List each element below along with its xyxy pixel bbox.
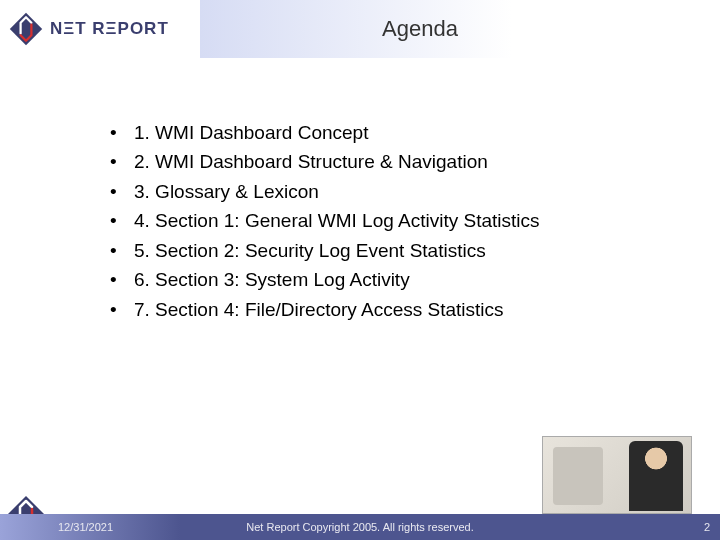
net-report-logo-icon (8, 11, 44, 47)
list-item: 1. WMI Dashboard Concept (110, 118, 690, 147)
logo-area: NΞT RΞPORT (0, 11, 200, 47)
footer-decorative-photo (542, 436, 692, 514)
footer-date: 12/31/2021 (58, 521, 113, 533)
slide-content: 1. WMI Dashboard Concept 2. WMI Dashboar… (0, 58, 720, 324)
list-item: 7. Section 4: File/Directory Access Stat… (110, 295, 690, 324)
list-item: 2. WMI Dashboard Structure & Navigation (110, 147, 690, 176)
slide-header: NΞT RΞPORT Agenda (0, 0, 720, 58)
list-item: 5. Section 2: Security Log Event Statist… (110, 236, 690, 265)
agenda-list: 1. WMI Dashboard Concept 2. WMI Dashboar… (110, 118, 690, 324)
list-item: 4. Section 1: General WMI Log Activity S… (110, 206, 690, 235)
footer-bar: 12/31/2021 Net Report Copyright 2005. Al… (0, 514, 720, 540)
slide-footer: 12/31/2021 Net Report Copyright 2005. Al… (0, 480, 720, 540)
logo-text: NΞT RΞPORT (50, 19, 169, 39)
footer-copyright: Net Report Copyright 2005. All rights re… (246, 521, 473, 533)
slide-title: Agenda (200, 0, 720, 58)
footer-page-number: 2 (704, 521, 710, 533)
list-item: 3. Glossary & Lexicon (110, 177, 690, 206)
list-item: 6. Section 3: System Log Activity (110, 265, 690, 294)
